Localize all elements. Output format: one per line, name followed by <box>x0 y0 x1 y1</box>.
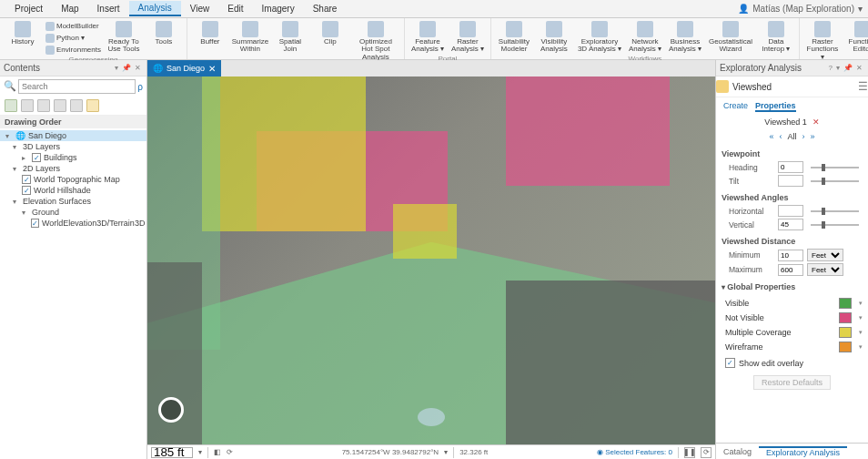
tab-view[interactable]: View <box>181 2 219 15</box>
prev-all-icon[interactable]: « <box>769 132 773 141</box>
overlay-label: Show edit overlay <box>739 359 803 368</box>
function-editor-button[interactable]: Function Editor <box>843 20 868 62</box>
max-dist-unit[interactable]: Feet <box>807 263 843 276</box>
list-by-drawing-icon[interactable] <box>5 99 17 112</box>
multi-swatch[interactable] <box>839 327 852 338</box>
buildings-row[interactable]: ▸✓Buildings <box>0 152 146 163</box>
list-by-selection-icon[interactable] <box>37 99 50 112</box>
suitability-modeler-button[interactable]: Suitability Modeler <box>495 20 533 55</box>
summarize-within-button[interactable]: Summarize Within <box>231 20 269 62</box>
topo-checkbox[interactable]: ✓ <box>22 175 31 184</box>
tab-imagery[interactable]: Imagery <box>253 2 304 15</box>
prev-icon[interactable]: ‹ <box>779 132 782 141</box>
python-button[interactable]: Python ▾ <box>44 33 103 44</box>
min-dist-input[interactable] <box>778 250 803 261</box>
spatial-join-button[interactable]: Spatial Join <box>271 20 309 62</box>
2d-layers-row[interactable]: ▾2D Layers <box>0 163 146 174</box>
vertical-slider[interactable] <box>811 224 859 226</box>
tab-project[interactable]: Project <box>5 2 52 15</box>
hillshade-checkbox[interactable]: ✓ <box>22 186 31 195</box>
scale-input[interactable] <box>151 447 193 458</box>
list-by-editing-icon[interactable] <box>54 99 66 112</box>
raster-functions-button[interactable]: Raster Functions ▾ <box>803 20 842 62</box>
ea-help-icon[interactable]: ? <box>827 64 834 72</box>
coords-dropdown-icon[interactable]: ▾ <box>444 448 448 456</box>
ground-row[interactable]: ▾Ground <box>0 207 146 218</box>
history-button[interactable]: History <box>4 20 42 56</box>
hillshade-row[interactable]: ✓World Hillshade <box>0 185 146 196</box>
horizontal-slider[interactable] <box>811 210 859 212</box>
panel-dropdown-icon[interactable]: ▾ <box>113 64 120 72</box>
scale-dropdown-icon[interactable]: ▾ <box>198 448 202 456</box>
horizontal-input[interactable] <box>778 205 803 217</box>
tab-exploratory-analysis[interactable]: Exploratory Analysis <box>759 446 847 457</box>
tools-button[interactable]: Tools <box>145 20 183 56</box>
elevation-row[interactable]: ▾Elevation Surfaces <box>0 196 146 207</box>
tab-edit[interactable]: Edit <box>218 2 252 15</box>
map-tab-san-diego[interactable]: 🌐 San Diego ✕ <box>147 60 221 76</box>
search-help-icon[interactable]: ρ <box>137 82 143 92</box>
environments-button[interactable]: Environments <box>44 45 103 56</box>
list-by-snapping-icon[interactable] <box>70 99 83 112</box>
tilt-slider[interactable] <box>811 180 859 182</box>
navigator-icon[interactable] <box>418 408 445 426</box>
contents-search-input[interactable] <box>18 79 136 94</box>
tab-map[interactable]: Map <box>52 2 87 15</box>
tab-share[interactable]: Share <box>304 2 347 15</box>
list-by-source-icon[interactable] <box>21 99 34 112</box>
tilt-input[interactable] <box>778 175 803 187</box>
3d-scene[interactable] <box>147 76 715 444</box>
panel-pin-icon[interactable]: 📌 <box>120 64 133 72</box>
clip-button[interactable]: Clip <box>311 20 349 62</box>
tab-analysis[interactable]: Analysis <box>129 1 181 16</box>
tab-create[interactable]: Create <box>723 101 748 112</box>
3d-layers-row[interactable]: ▾3D Layers <box>0 141 146 152</box>
ea-close-icon[interactable]: ✕ <box>854 64 864 72</box>
network-analysis-button[interactable]: Network Analysis ▾ <box>626 20 664 55</box>
raster-analysis-button[interactable]: Raster Analysis ▾ <box>449 20 487 55</box>
visibility-analysis-button[interactable]: Visibility Analysis <box>535 20 573 55</box>
scene-row[interactable]: ▾🌐San Diego <box>0 130 146 141</box>
next-icon[interactable]: › <box>802 132 805 141</box>
signed-in-user[interactable]: 👤 Matías (Map Exploration) ▾ <box>738 4 868 14</box>
business-analysis-button[interactable]: Business Analysis ▾ <box>666 20 704 55</box>
ea-menu-icon[interactable]: ☰ <box>858 80 868 93</box>
tab-catalog[interactable]: Catalog <box>716 447 759 456</box>
ea-dropdown-icon[interactable]: ▾ <box>834 64 842 72</box>
max-dist-input[interactable] <box>778 264 803 276</box>
ea-pin-icon[interactable]: 📌 <box>842 64 854 72</box>
status-icon-2[interactable]: ⟳ <box>227 448 233 456</box>
panel-close-icon[interactable]: ✕ <box>133 64 143 72</box>
notvisible-swatch[interactable] <box>839 312 852 323</box>
ready-to-use-tools-button[interactable]: Ready To Use Tools <box>105 20 143 56</box>
buildings-checkbox[interactable]: ✓ <box>32 153 41 162</box>
status-icon-1[interactable]: ◧ <box>214 448 221 456</box>
data-interop-button[interactable]: Data Interop ▾ <box>757 20 795 55</box>
exploratory-3d-button[interactable]: Exploratory 3D Analysis ▾ <box>575 20 624 55</box>
hotspot-button[interactable]: Optimized Hot Spot Analysis <box>351 20 400 62</box>
refresh-button[interactable]: ⟳ <box>701 447 712 458</box>
tab-properties[interactable]: Properties <box>755 101 796 112</box>
compass-icon[interactable] <box>158 397 184 423</box>
close-tab-icon[interactable]: ✕ <box>208 64 216 74</box>
wire-swatch[interactable] <box>839 342 852 352</box>
worldelev-row[interactable]: ✓WorldElevation3D/Terrain3D <box>0 218 146 229</box>
topo-row[interactable]: ✓World Topographic Map <box>0 174 146 185</box>
tab-insert[interactable]: Insert <box>88 2 129 15</box>
list-by-labeling-icon[interactable] <box>86 99 99 112</box>
pause-drawing-button[interactable]: ❚❚ <box>684 447 695 458</box>
modelbuilder-button[interactable]: ModelBuilder <box>44 21 103 32</box>
buffer-button[interactable]: Buffer <box>191 20 229 62</box>
min-dist-unit[interactable]: Feet <box>807 249 843 261</box>
overlay-checkbox[interactable]: ✓ <box>725 358 735 368</box>
feature-analysis-button[interactable]: Feature Analysis ▾ <box>409 20 447 55</box>
delete-viewshed-icon[interactable]: ✕ <box>812 117 820 127</box>
vertical-input[interactable] <box>778 219 803 230</box>
visible-swatch[interactable] <box>839 298 852 309</box>
worldelev-checkbox[interactable]: ✓ <box>31 219 39 228</box>
heading-input[interactable] <box>778 161 803 173</box>
next-all-icon[interactable]: » <box>811 132 815 141</box>
geostatistical-wizard-button[interactable]: Geostatistical Wizard <box>706 20 755 55</box>
heading-slider[interactable] <box>811 167 859 168</box>
ea-nav: Viewshed 1 ✕ <box>716 116 868 132</box>
